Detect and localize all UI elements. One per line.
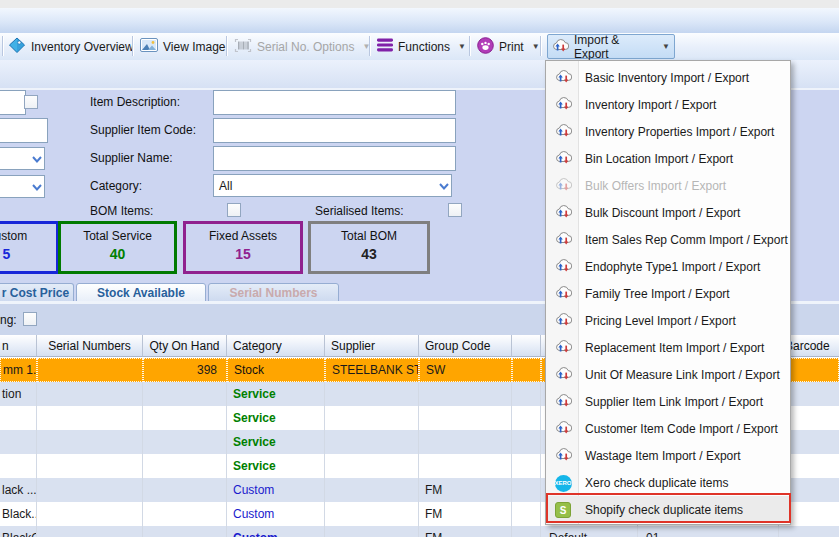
menu-item-family-tree[interactable]: Family Tree Import / Export [547, 280, 790, 307]
cell-serial [37, 478, 143, 502]
category-value: All [214, 179, 436, 193]
cell-unit: 01 [638, 526, 779, 537]
column-header-serial-numbers[interactable]: Serial Numbers [37, 335, 143, 357]
cell-supplier [325, 430, 419, 454]
menu-item-supplier-item-link[interactable]: Supplier Item Link Import / Export [547, 388, 790, 415]
menu-item-label: Wastage Item Import / Export [585, 449, 741, 463]
cell-supplier: STEELBANK ST... [325, 358, 419, 382]
summary-box-custom[interactable]: Custom 5 [0, 221, 59, 274]
serialised-items-checkbox[interactable] [448, 203, 462, 217]
cloud-sync-icon [553, 258, 573, 276]
menu-item-customer-item-code[interactable]: Customer Item Code Import / Export [547, 415, 790, 442]
summary-box-label: Total Service [61, 227, 174, 245]
left-partial-input-2[interactable] [0, 118, 48, 143]
cell-description [0, 430, 37, 454]
summary-box-total-bom[interactable]: Total BOM 43 [308, 221, 430, 274]
supplier-name-input[interactable] [213, 146, 456, 171]
column-header-qty-on-hand[interactable]: Qty On Hand [143, 335, 227, 357]
column-header-supplier[interactable]: Supplier [325, 335, 419, 357]
menu-item-bulk-discount[interactable]: Bulk Discount Import / Export [547, 199, 790, 226]
menu-item-label: Xero check duplicate items [585, 476, 728, 490]
partial-checkbox-label: ng: [0, 313, 17, 328]
cell-description: Black... [0, 502, 37, 526]
cell-group-code: FM [419, 502, 512, 526]
summary-box-value: 43 [311, 245, 427, 263]
supplier-item-code-input[interactable] [213, 118, 456, 143]
left-partial-select-1[interactable] [0, 147, 45, 170]
item-description-input[interactable] [213, 90, 456, 115]
column-header[interactable]: n [0, 335, 37, 357]
summary-box-total-service[interactable]: Total Service 40 [58, 221, 177, 274]
cell-serial [37, 526, 143, 537]
column-header[interactable] [512, 335, 541, 357]
menu-item-basic-inventory[interactable]: Basic Inventory Import / Export [547, 64, 790, 91]
cell-description: BlackG [0, 526, 37, 537]
cell-supplier [325, 502, 419, 526]
menu-item-label: Inventory Import / Export [585, 98, 716, 112]
left-partial-select-2[interactable] [0, 175, 45, 198]
filter-bar-checkbox[interactable] [23, 312, 37, 326]
category-select[interactable]: All [213, 174, 452, 197]
cell-qty [143, 430, 227, 454]
table-row[interactable]: BlackG Custom FM Default 01 [0, 526, 839, 537]
column-header-group-code[interactable]: Group Code [419, 335, 512, 357]
cell-description [0, 406, 37, 430]
cell [512, 454, 541, 478]
menu-item-xero-check-duplicate[interactable]: XERO Xero check duplicate items [547, 469, 790, 496]
import-export-button[interactable]: Import & Export ▼ [547, 34, 675, 59]
cell [512, 526, 541, 537]
menu-item-item-sales-rep-comm[interactable]: Item Sales Rep Comm Import / Export [547, 226, 790, 253]
menu-item-unit-of-measure-link[interactable]: Unit Of Measure Link Import / Export [547, 361, 790, 388]
toolbar-separator [226, 36, 228, 56]
import-export-menu: Basic Inventory Import / Export Inventor… [545, 60, 791, 525]
cell-serial [37, 358, 143, 382]
view-image-button[interactable]: View Image [140, 33, 225, 60]
menu-item-inventory[interactable]: Inventory Import / Export [547, 91, 790, 118]
cell-qty [143, 406, 227, 430]
summary-box-fixed-assets[interactable]: Fixed Assets 15 [183, 221, 303, 274]
paw-print-icon [477, 37, 494, 57]
summary-box-label: Total BOM [311, 227, 427, 245]
app-window: Inventory Overview View Image Serial No.… [0, 0, 839, 537]
toolbar-separator [132, 36, 134, 56]
menu-item-label: Customer Item Code Import / Export [585, 422, 778, 436]
inventory-overview-button[interactable]: Inventory Overview [8, 33, 134, 60]
cell-category: Service [227, 454, 325, 478]
menu-item-label: Bulk Offers Import / Export [585, 179, 726, 193]
menu-item-replacement-item[interactable]: Replacement Item Import / Export [547, 334, 790, 361]
bom-items-checkbox[interactable] [227, 203, 241, 217]
functions-button[interactable]: Functions ▼ [377, 33, 466, 60]
cell-description [0, 454, 37, 478]
functions-label: Functions [398, 40, 450, 54]
cell-serial [37, 454, 143, 478]
barcode-icon [234, 38, 252, 56]
bom-items-label: BOM Items: [90, 204, 153, 219]
menu-item-pricing-level[interactable]: Pricing Level Import / Export [547, 307, 790, 334]
serial-no-options-label: Serial No. Options [257, 40, 354, 54]
cell-category: Service [227, 382, 325, 406]
serialised-items-label: Serialised Items: [315, 204, 404, 219]
menu-item-wastage-item[interactable]: Wastage Item Import / Export [547, 442, 790, 469]
cell [512, 358, 541, 382]
cell-group-code: SW [419, 358, 512, 382]
serial-no-options-button[interactable]: Serial No. Options ▼ [234, 33, 370, 60]
menu-item-bin-location[interactable]: Bin Location Import / Export [547, 145, 790, 172]
summary-box-label: Fixed Assets [186, 227, 300, 245]
left-partial-checkbox[interactable] [24, 95, 38, 109]
menu-item-inventory-properties[interactable]: Inventory Properties Import / Export [547, 118, 790, 145]
cell-description: tion [0, 382, 37, 406]
print-label: Print [499, 40, 524, 54]
left-partial-input-1[interactable] [0, 90, 26, 115]
toolbar-separator [2, 36, 4, 56]
summary-box-value: 5 [0, 245, 56, 263]
print-button[interactable]: Print ▼ [477, 33, 540, 60]
column-header-category[interactable]: Category [227, 335, 325, 357]
menu-item-endophyte-type1[interactable]: Endophyte Type1 Import / Export [547, 253, 790, 280]
menu-item-bulk-offers[interactable]: Bulk Offers Import / Export [547, 172, 790, 199]
cell-supplier [325, 406, 419, 430]
menu-item-label: Basic Inventory Import / Export [585, 71, 749, 85]
cell-category: Service [227, 430, 325, 454]
summary-box-label: Custom [0, 227, 56, 245]
cell-category: Stock [227, 358, 325, 382]
menu-item-label: Endophyte Type1 Import / Export [585, 260, 760, 274]
